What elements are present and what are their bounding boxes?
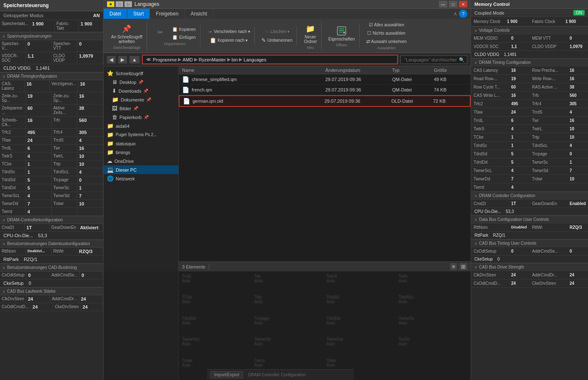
invert-selection-button[interactable]: ⇄ Auswahl umkehren bbox=[365, 38, 408, 45]
copy-to-button[interactable]: 📋 Kopieren nach ▾ bbox=[205, 36, 252, 44]
tree-item-dieser-pc[interactable]: 💻 Dieser PC bbox=[104, 165, 178, 174]
path-part-4[interactable]: bin bbox=[232, 57, 238, 62]
right-dram-section[interactable]: DRAM Timing Configuration bbox=[471, 58, 588, 66]
window-titlebar: ■ □ ▷ Languages — □ ✕ bbox=[104, 0, 471, 9]
dram-ctrl-section-header[interactable]: DRAM-Controllerkonfiguration bbox=[0, 216, 103, 224]
forward-button[interactable]: ▶ bbox=[118, 56, 127, 63]
tree-item-statusquo[interactable]: 📁 statusquo bbox=[104, 139, 178, 148]
address-path[interactable]: ≪ Programme ▶ AMD ▶ RyzenMaster ▶ bin ▶ … bbox=[142, 55, 398, 64]
tree-item-timings[interactable]: 📁 timings bbox=[104, 148, 178, 157]
tree-item-desktop[interactable]: 🖥 Desktop 📌 bbox=[104, 78, 178, 86]
col-size[interactable]: Größe bbox=[434, 68, 467, 73]
new-folder-icon: 📁 bbox=[304, 23, 316, 35]
clock-row: Speichertakt... 1 900 Fabric-Takt 1 900 bbox=[0, 20, 103, 32]
file-type-french: QM-Datei bbox=[392, 87, 434, 92]
col-date[interactable]: Änderungsdatum bbox=[325, 68, 392, 73]
tree-item-bilder[interactable]: 🖼 Bilder 📌 bbox=[104, 104, 178, 113]
move-to-button[interactable]: → Verschieben nach ▾ bbox=[205, 28, 252, 35]
search-input[interactable] bbox=[400, 56, 467, 64]
rename-button[interactable]: ✎ Umbenennen bbox=[260, 36, 294, 44]
right-data-bus-section[interactable]: Data Bus Configuration User Controls bbox=[471, 215, 588, 223]
tree-label-statusquo: statusquo bbox=[116, 141, 136, 146]
file-item-german[interactable]: 📄 german.qm.old 29.07.2019 09:36 OLD-Dat… bbox=[179, 95, 471, 107]
dram-timing-section-header[interactable]: DRAM-Timingkonfiguration bbox=[0, 72, 103, 80]
tree-item-netzwerk[interactable]: 🌐 Netzwerk bbox=[104, 174, 178, 183]
right-voltage-section[interactable]: Voltage Controls bbox=[471, 26, 588, 34]
import-export-button[interactable]: Import/Export bbox=[210, 371, 243, 378]
pin-indicator-dl: 📌 bbox=[143, 89, 148, 93]
tab-ansicht[interactable]: Ansicht bbox=[185, 9, 213, 19]
col-type[interactable]: Typ bbox=[392, 68, 434, 73]
select-none-button[interactable]: ☐ Nichts auswählen bbox=[365, 30, 408, 37]
path-part-1[interactable]: Programme bbox=[153, 57, 177, 62]
pin-button[interactable]: 📌 An Schnellzugriffanheften bbox=[109, 22, 144, 45]
path-part-3[interactable]: RyzenMaster bbox=[199, 57, 226, 62]
tree-item-dokumente[interactable]: 📁 Dokumente 📌 bbox=[104, 95, 178, 104]
grid-view-button[interactable]: ⊞ bbox=[459, 263, 467, 270]
data-bus-section-header[interactable]: Benutzersteuerungen Datenbuskonfiguratio… bbox=[0, 240, 103, 248]
select-all-button[interactable]: ☑ Alles auswählen bbox=[365, 21, 408, 28]
right-cad-section[interactable]: CAD Bus Timing User Controls bbox=[471, 239, 588, 247]
tree-item-puget[interactable]: 📁 Puget Systems Ps 2... bbox=[104, 130, 178, 139]
back-button[interactable]: ◀ bbox=[107, 56, 116, 63]
tab-datei[interactable]: Datei bbox=[104, 9, 127, 19]
right-ctrl-row: Cmd2t 1T GearDownEn Enabled bbox=[471, 200, 588, 208]
copy-to-icon: 📋 bbox=[210, 37, 216, 43]
right-panel-title: Memory Control bbox=[471, 0, 588, 9]
new-folder-button[interactable]: 📁 NeuerOrdner bbox=[302, 22, 319, 45]
copy-button[interactable]: 📋 Kopieren bbox=[170, 26, 198, 33]
select-all-icon: ☑ bbox=[369, 22, 373, 28]
right-cke-setup-row: CkeSetup 0 bbox=[471, 256, 588, 263]
tree-item-downloads[interactable]: ⬇ Downloads 📌 bbox=[104, 86, 178, 95]
organize-label: Organisieren bbox=[164, 42, 186, 46]
right-cad-row: CsOdtSetup 0 AddrCmdSe... 0 bbox=[471, 247, 588, 256]
up-button[interactable]: ▲ bbox=[129, 56, 139, 63]
tree-item-onedrive[interactable]: ☁ OneDrive bbox=[104, 157, 178, 165]
paste-button[interactable]: 📋 Einfügen bbox=[170, 34, 198, 41]
status-separator bbox=[209, 264, 209, 270]
file-count: 3 Elemente bbox=[182, 264, 205, 269]
properties-label: Eigenschaften bbox=[328, 37, 355, 41]
path-part-2[interactable]: AMD bbox=[182, 57, 193, 62]
tree-item-schnellzugriff[interactable]: ⭐ Schnellzugriff bbox=[104, 69, 178, 78]
file-item-french[interactable]: 📄 french.qm 29.07.2019 09:36 QM-Datei 74… bbox=[179, 85, 471, 95]
voltage-row-2: VDDCR-SOC 1,1 CLDO VDDP 1,0979 bbox=[0, 52, 103, 64]
close-button[interactable]: ✕ bbox=[459, 1, 467, 8]
voltage-section-header[interactable]: Spannungssteuerungen bbox=[0, 32, 103, 40]
cad-section-header[interactable]: Benutzersteuerungen CAD-Bustiming bbox=[0, 263, 103, 271]
right-panel: Memory Control Coupled Mode ON Memory Cl… bbox=[471, 0, 588, 380]
right-rtt-park-row: RttPark RZQ/1 bbox=[471, 232, 588, 239]
ribbon-group-move: → Verschieben nach ▾ 📋 Kopieren nach ▾ bbox=[203, 27, 255, 45]
file-item-chinese[interactable]: 📄 chinese_simplified.qm 29.07.2019 09:36… bbox=[179, 74, 471, 85]
ribbon-group-new: 📁 NeuerOrdner Neu bbox=[299, 21, 322, 51]
ribbon-expand-icon[interactable]: ∧ bbox=[454, 11, 457, 17]
folder-icon-status: 📁 bbox=[107, 140, 114, 147]
file-name-german: german.qm.old bbox=[193, 99, 223, 104]
right-dram-ctrl-section[interactable]: DRAM Contoller Configuration bbox=[471, 192, 588, 200]
copy-to-label: Kopieren nach ▾ bbox=[218, 38, 248, 43]
col-name[interactable]: Name bbox=[182, 68, 325, 73]
details-view-button[interactable]: ≡ bbox=[450, 263, 457, 270]
help-button[interactable]: ? bbox=[459, 10, 467, 18]
path-part-5[interactable]: Languages bbox=[243, 57, 266, 62]
ribbon-content: 📌 An Schnellzugriffanheften Zwischenabla… bbox=[104, 19, 471, 53]
tab-start[interactable]: Start bbox=[127, 9, 150, 19]
pin-indicator-bil: 📌 bbox=[133, 106, 138, 111]
maximize-button[interactable]: □ bbox=[449, 1, 457, 8]
tree-label-downloads: Downloads bbox=[119, 89, 141, 94]
tree-label-puget: Puget Systems Ps 2... bbox=[116, 132, 157, 137]
properties-button[interactable]: Eigenschaften bbox=[327, 24, 356, 42]
tree-item-papierkorb[interactable]: 🗑 Papierkorb 📌 bbox=[104, 113, 178, 122]
right-cad-drive-section[interactable]: CAD Bus Drive Strength bbox=[471, 263, 588, 271]
cut-button[interactable]: ✂ bbox=[152, 26, 169, 39]
paste-label: Einfügen bbox=[179, 35, 195, 40]
file-size-chinese: 49 KB bbox=[434, 77, 467, 82]
tab-freigeben[interactable]: Freigeben bbox=[150, 9, 185, 19]
delete-button[interactable]: ✕ Löschen ▾ bbox=[260, 28, 294, 35]
minimize-button[interactable]: — bbox=[439, 1, 447, 8]
speicher-label: Speichertakt... bbox=[0, 20, 30, 32]
delete-label: Löschen ▾ bbox=[270, 29, 289, 34]
cad-drive-section-header[interactable]: CAD Bus Laufwerk Stärke bbox=[0, 287, 103, 295]
tree-item-aida64[interactable]: 📁 aida64 bbox=[104, 122, 178, 130]
coupled-mode-value: AN bbox=[93, 13, 100, 18]
